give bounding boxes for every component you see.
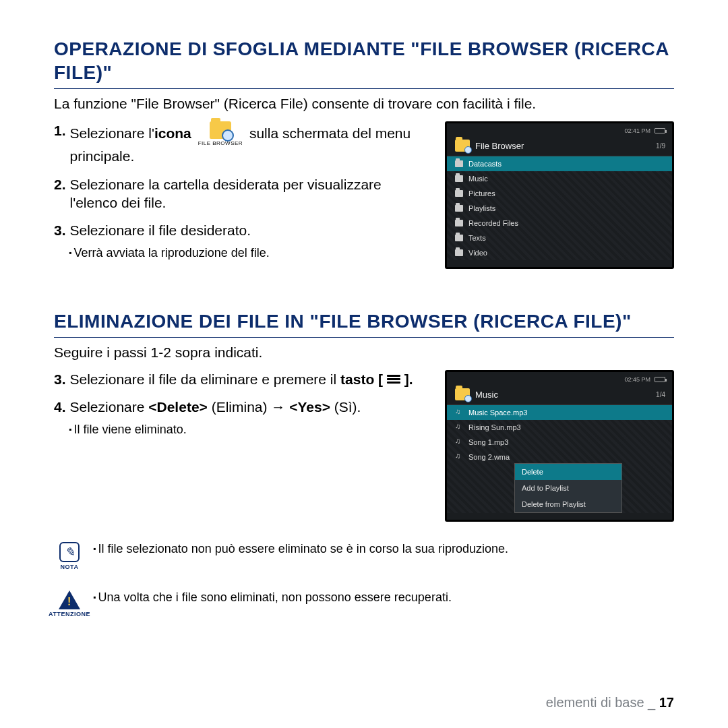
music-icon xyxy=(455,423,463,431)
icon-caption: FILE BROWSER xyxy=(198,140,243,147)
step-num: 4. xyxy=(54,398,66,416)
screenshot-title: Music xyxy=(475,390,650,400)
folder-icon xyxy=(455,249,463,256)
list-item: Pictures xyxy=(447,186,672,201)
list-item: Rising Sun.mp3 xyxy=(447,420,672,435)
folder-icon xyxy=(455,220,463,226)
list-item: Video xyxy=(447,245,672,260)
menu-item-delete: Delete xyxy=(515,464,621,480)
folder-icon xyxy=(455,235,463,241)
list-item: Music xyxy=(447,171,672,186)
folder-icon xyxy=(455,205,463,212)
context-menu: Delete Add to Playlist Delete from Playl… xyxy=(514,463,622,513)
music-icon xyxy=(455,453,463,461)
section1-intro: La funzione "File Browser" (Ricerca File… xyxy=(54,96,674,112)
step-3b: 3. Selezionare il file da eliminare e pr… xyxy=(54,370,431,388)
device-screenshot-2: 02:45 PM Music 1/4 Music Space.mp3 Risin… xyxy=(445,370,674,522)
screenshot-counter: 1/4 xyxy=(656,391,665,398)
music-icon xyxy=(455,408,463,417)
menu-key-icon xyxy=(387,375,400,386)
list-item: Music Space.mp3 xyxy=(447,405,672,420)
step3b-tasto: tasto [ xyxy=(340,371,383,387)
folder-icon xyxy=(455,160,463,167)
step-1: 1. Selezionare l'icona FILE BROWSER sull… xyxy=(54,121,431,166)
step-num: 1. xyxy=(54,121,66,166)
step-4: 4. Selezionare <Delete> (Elimina) → <Yes… xyxy=(54,398,431,416)
step2-text: Selezionare la cartella desiderata per v… xyxy=(70,175,431,212)
step3b-text-a: Selezionare il file da eliminare e preme… xyxy=(70,371,337,387)
list-item: Recorded Files xyxy=(447,216,672,231)
folder-search-icon xyxy=(455,388,470,400)
footer-section: elementi di base _ xyxy=(546,695,659,710)
note-text: Il file selezionato non può essere elimi… xyxy=(93,542,508,556)
list-item: Playlists xyxy=(447,201,672,216)
device-screenshot-1: 02:41 PM File Browser 1/9 Datacasts Musi… xyxy=(445,121,674,269)
step3-sub: Verrà avviata la riproduzione del file. xyxy=(69,245,431,261)
note-icon: ✎ xyxy=(59,542,80,562)
folder-icon xyxy=(455,190,463,197)
page-number: 17 xyxy=(659,695,674,710)
folder-search-icon xyxy=(455,140,470,152)
warning-text: Una volta che i file sono eliminati, non… xyxy=(93,590,452,605)
clock-icon: 02:41 PM xyxy=(624,127,650,134)
step3-text: Selezionare il file desiderato. xyxy=(70,221,251,239)
menu-item-delete-playlist: Delete from Playlist xyxy=(515,496,621,512)
step1-text-a: Selezionare l' xyxy=(70,125,154,141)
list-item: Datacasts xyxy=(447,156,672,171)
step-num: 3. xyxy=(54,221,66,239)
folder-search-icon xyxy=(210,121,231,139)
list-item: Song 1.mp3 xyxy=(447,435,672,450)
step4-sub: Il file viene eliminato. xyxy=(69,422,431,437)
step1-icona: icona xyxy=(154,125,191,141)
section2-followup: Seguire i passi 1-2 sopra indicati. xyxy=(54,344,674,361)
note-label: NOTA xyxy=(61,564,79,570)
menu-item-add: Add to Playlist xyxy=(515,480,621,496)
screenshot-counter: 1/9 xyxy=(656,142,665,150)
step-num: 2. xyxy=(54,175,66,212)
note-attenzione: ATTENZIONE Una volta che i file sono eli… xyxy=(54,590,674,617)
section2-title: ELIMINAZIONE DEI FILE IN "FILE BROWSER (… xyxy=(54,309,674,338)
file-browser-icon: FILE BROWSER xyxy=(198,121,243,147)
battery-icon xyxy=(655,128,665,133)
screenshot-title: File Browser xyxy=(475,141,650,151)
step-2: 2. Selezionare la cartella desiderata pe… xyxy=(54,175,431,212)
list-item: Texts xyxy=(447,231,672,245)
list-item: Song 2.wma xyxy=(447,450,672,464)
step-num: 3. xyxy=(54,370,66,388)
page-footer: elementi di base _ 17 xyxy=(546,695,674,710)
music-icon xyxy=(455,438,463,446)
warning-icon xyxy=(59,590,80,609)
folder-icon xyxy=(455,175,463,182)
step3b-close: ]. xyxy=(404,371,413,387)
section1-title: OPERAZIONE DI SFOGLIA MEDIANTE "FILE BRO… xyxy=(54,37,674,89)
note-nota: ✎ NOTA Il file selezionato non può esser… xyxy=(54,542,674,570)
battery-icon xyxy=(655,377,665,382)
warning-label: ATTENZIONE xyxy=(49,611,90,617)
step-3: 3. Selezionare il file desiderato. xyxy=(54,221,431,239)
clock-icon: 02:45 PM xyxy=(624,376,650,383)
